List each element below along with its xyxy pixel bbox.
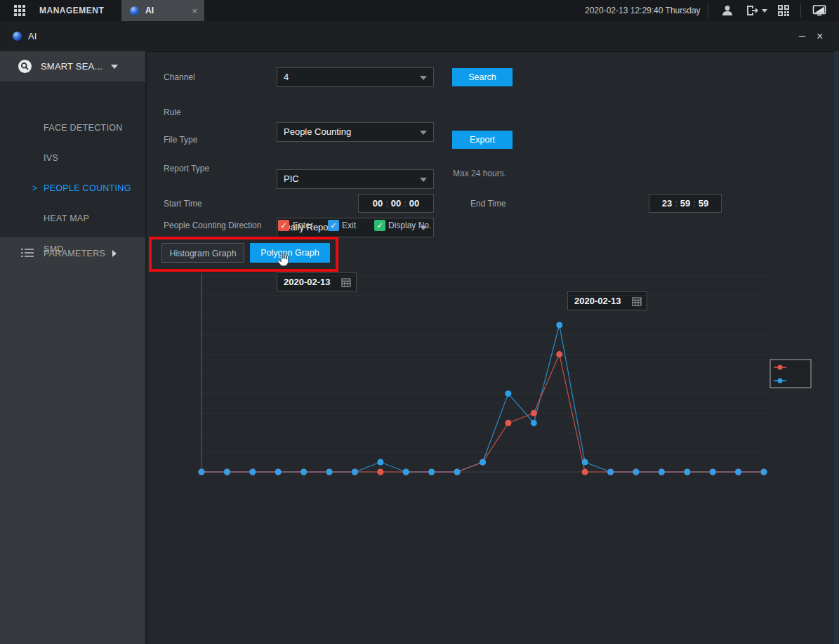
smart-search-submenu: FACE DETECTION IVS > PEOPLE COUNTING HEA… [0, 81, 145, 237]
channel-value: 4 [284, 72, 289, 82]
check-icon: ✓ [330, 221, 336, 230]
exit-checkbox[interactable]: ✓ [328, 220, 339, 231]
display-monitor-icon[interactable] [812, 3, 827, 18]
chevron-down-icon [111, 65, 118, 69]
time-colon: : [690, 198, 699, 209]
logout-icon[interactable] [744, 3, 760, 18]
display-no-checkbox-label: Display No. [388, 220, 431, 231]
start-time-field[interactable]: 00:00:00 [358, 194, 434, 213]
check-icon: ✓ [376, 221, 383, 230]
people-counting-label: PEOPLE COUNTING [44, 183, 131, 193]
start-minute: 00 [391, 198, 401, 209]
check-icon: ✓ [280, 221, 286, 230]
top-bar: MANAGEMENT AI × 2020-02-13 12:29:40 Thur… [0, 0, 839, 21]
start-time-label: Start Time [164, 194, 202, 213]
topbar-separator [800, 4, 801, 18]
smart-search-label: SMART SEA... [41, 61, 103, 72]
end-second: 59 [699, 198, 708, 209]
tab-ai-label: AI [145, 6, 154, 15]
parameters-list-icon [21, 248, 34, 260]
user-icon[interactable] [720, 3, 735, 18]
sidebar-item-ivs[interactable]: IVS [0, 147, 145, 169]
search-button[interactable]: Search [452, 68, 513, 86]
report-type-label: Report Type [164, 159, 209, 178]
logout-caret-icon[interactable] [762, 9, 767, 13]
window-title-bar: AI – × [0, 21, 839, 52]
start-hour: 00 [373, 198, 383, 209]
window-edge [834, 51, 839, 644]
end-hour: 23 [662, 198, 672, 209]
ai-orb-icon [130, 6, 139, 15]
dropdown-caret-icon [420, 131, 427, 135]
time-colon: : [672, 198, 680, 209]
dropdown-caret-icon [420, 76, 427, 80]
sidebar-item-face-detection[interactable]: FACE DETECTION [0, 117, 145, 138]
topbar-separator [708, 4, 708, 18]
tab-ai[interactable]: AI × [121, 0, 204, 21]
page-title: AI [28, 21, 37, 51]
display-no-checkbox[interactable]: ✓ [374, 220, 385, 231]
system-datetime: 2020-02-13 12:29:40 Thursday [585, 0, 701, 21]
start-second: 00 [409, 198, 419, 209]
sidebar: SMART SEA... FACE DETECTION IVS > PEOPLE… [0, 51, 147, 644]
end-time-field[interactable]: 23:59:59 [649, 194, 722, 213]
ai-orb-icon [13, 32, 22, 41]
end-time-label: End Time [470, 194, 506, 213]
rule-value: People Counting [284, 126, 351, 137]
close-button[interactable]: × [817, 21, 823, 51]
parameters-label: PARAMETERS [44, 249, 105, 258]
dropdown-caret-icon [420, 178, 427, 182]
sidebar-item-parameters[interactable]: PARAMETERS [0, 239, 145, 268]
file-type-select[interactable]: PIC [277, 169, 434, 189]
direction-label: People Counting Direction [164, 220, 261, 231]
channel-label: Channel [164, 67, 195, 87]
channel-select[interactable]: 4 [277, 67, 434, 87]
management-menu-button[interactable]: MANAGEMENT [39, 0, 104, 21]
annotation-highlight-rect [149, 237, 338, 272]
people-counting-chart [169, 270, 814, 513]
qr-code-icon[interactable] [776, 3, 791, 18]
tab-close-icon[interactable]: × [192, 6, 197, 16]
time-colon: : [401, 198, 409, 209]
main-menu-grid-icon[interactable] [14, 5, 25, 16]
smart-search-icon [18, 60, 32, 73]
selected-arrow-icon: > [32, 178, 37, 199]
minimize-button[interactable]: – [799, 21, 805, 51]
app-window: MANAGEMENT AI × 2020-02-13 12:29:40 Thur… [0, 0, 839, 644]
enter-checkbox[interactable]: ✓ [278, 220, 289, 231]
exit-checkbox-label: Exit [342, 220, 356, 231]
rule-select[interactable]: People Counting [277, 122, 434, 142]
people-counting-chart-area [169, 270, 814, 513]
sidebar-item-heat-map[interactable]: HEAT MAP [0, 208, 145, 229]
time-colon: : [383, 198, 391, 209]
enter-checkbox-label: Enter [293, 220, 313, 231]
file-type-value: PIC [284, 173, 299, 184]
export-button[interactable]: Export [452, 131, 513, 149]
sidebar-item-smart-search[interactable]: SMART SEA... [0, 51, 145, 81]
chevron-right-icon [112, 250, 117, 257]
file-type-label: File Type [164, 130, 197, 150]
mouse-cursor-hand-icon [275, 251, 291, 271]
rule-label: Rule [164, 103, 181, 122]
sidebar-item-people-counting[interactable]: > PEOPLE COUNTING [0, 178, 145, 199]
max-hours-note: Max 24 hours. [453, 169, 506, 178]
end-minute: 59 [680, 198, 690, 209]
